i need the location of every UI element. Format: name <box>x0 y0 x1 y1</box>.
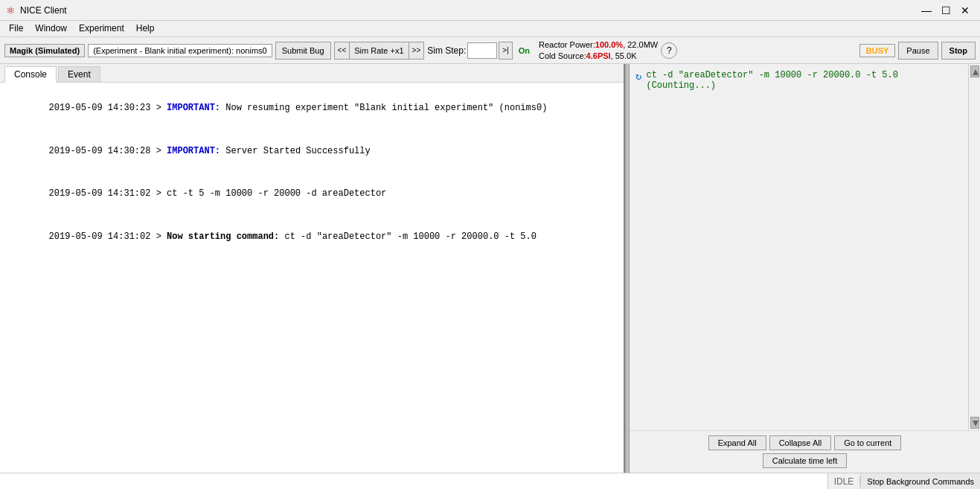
help-button[interactable]: ? <box>661 42 677 59</box>
spinner-icon: ↻ <box>635 70 641 83</box>
right-panel-scroll: ↻ ct -d "areaDetector" -m 10000 -r 20000… <box>630 64 968 430</box>
sim-step-label: Sim Step: <box>427 45 466 56</box>
reactor-power-label: Reactor Power: <box>539 40 595 49</box>
cold-source-label: Cold Source: <box>539 51 586 60</box>
on-indicator: On <box>516 45 533 57</box>
command-text: ct -d "areaDetector" -m 10000 -r 20000.0… <box>646 70 962 91</box>
menu-window[interactable]: Window <box>29 22 73 35</box>
menu-file[interactable]: File <box>3 22 29 35</box>
stop-background-commands-button[interactable]: Stop Background Commands <box>860 473 980 489</box>
menu-bar: File Window Experiment Help <box>0 21 980 37</box>
maximize-button[interactable]: ☐ <box>937 1 955 19</box>
app-icon: ⚛ <box>6 4 16 16</box>
sim-rate-group: << Sim Rate +x1 >> <box>334 42 425 60</box>
go-to-current-button[interactable]: Go to current <box>834 435 901 450</box>
reactor-power-line: Reactor Power:100.0%, 22.0MW <box>539 39 658 50</box>
busy-label: BUSY <box>859 44 896 57</box>
reactor-power-mw: , 22.0MW <box>623 40 658 49</box>
sim-rate-label: Sim Rate +x1 <box>350 42 408 60</box>
stop-button[interactable]: Stop <box>941 42 976 60</box>
calculate-time-left-button[interactable]: Calculate time left <box>763 453 847 468</box>
sim-step-input[interactable] <box>467 42 497 59</box>
right-panel-bottom: Expand All Collapse All Go to current Ca… <box>630 430 980 473</box>
console-line-4: 2019-05-09 14:31:02 > Now starting comma… <box>6 216 618 259</box>
action-buttons-row-1: Expand All Collapse All Go to current <box>708 435 902 450</box>
toolbar: Magik (Simulated) (Experiment - Blank in… <box>0 37 980 64</box>
sim-prev-button[interactable]: << <box>334 42 350 60</box>
status-input[interactable] <box>0 473 828 489</box>
console-line-3: 2019-05-09 14:31:02 > ct -t 5 -m 10000 -… <box>6 173 618 216</box>
tab-event[interactable]: Event <box>58 66 100 82</box>
svg-marker-0 <box>973 69 979 75</box>
idle-label: IDLE <box>828 476 861 487</box>
minimize-button[interactable]: — <box>917 1 935 19</box>
cold-source-psi: 4.6PSI <box>586 51 611 60</box>
menu-help[interactable]: Help <box>130 22 161 35</box>
pause-button[interactable]: Pause <box>898 42 938 60</box>
reactor-power-value: 100.0% <box>595 40 623 49</box>
console-line-1: 2019-05-09 14:30:23 > IMPORTANT: Now res… <box>6 87 618 130</box>
cold-source-line: Cold Source:4.6PSI, 55.0K <box>539 51 658 61</box>
expand-all-button[interactable]: Expand All <box>708 435 766 450</box>
tab-bar: Console Event <box>0 64 624 83</box>
submit-bug-button[interactable]: Submit Bug <box>275 42 331 60</box>
title-bar: ⚛ NICE Client — ☐ ✕ <box>0 0 980 21</box>
command-item: ↻ ct -d "areaDetector" -m 10000 -r 20000… <box>635 70 962 91</box>
tab-console[interactable]: Console <box>4 66 57 83</box>
collapse-all-button[interactable]: Collapse All <box>769 435 831 450</box>
svg-marker-1 <box>973 421 979 426</box>
action-buttons-row-2: Calculate time left <box>763 453 847 468</box>
window-controls: — ☐ ✕ <box>917 1 974 19</box>
right-panel: ↻ ct -d "areaDetector" -m 10000 -r 20000… <box>630 64 980 473</box>
main-content: Console Event 2019-05-09 14:30:23 > IMPO… <box>0 64 980 473</box>
scrollbar-up[interactable] <box>970 65 979 77</box>
status-bar: IDLE Stop Background Commands <box>0 473 980 489</box>
sim-jump-button[interactable]: >| <box>499 42 512 60</box>
cold-source-temp: , 55.0K <box>611 51 637 60</box>
scrollbar-down[interactable] <box>970 417 979 429</box>
console-line-2: 2019-05-09 14:30:28 > IMPORTANT: Server … <box>6 130 618 173</box>
sim-step-group: Sim Step: >| <box>427 42 512 60</box>
close-button[interactable]: ✕ <box>956 1 974 19</box>
reactor-info: Reactor Power:100.0%, 22.0MW Cold Source… <box>539 39 658 61</box>
mode-label: Magik (Simulated) <box>4 44 85 57</box>
left-panel: Console Event 2019-05-09 14:30:23 > IMPO… <box>0 64 625 473</box>
sim-next-button[interactable]: >> <box>409 42 425 60</box>
app-title: NICE Client <box>20 5 67 16</box>
console-output: 2019-05-09 14:30:23 > IMPORTANT: Now res… <box>0 83 624 473</box>
menu-experiment[interactable]: Experiment <box>73 22 130 35</box>
experiment-label: (Experiment - Blank initial experiment):… <box>88 44 272 57</box>
